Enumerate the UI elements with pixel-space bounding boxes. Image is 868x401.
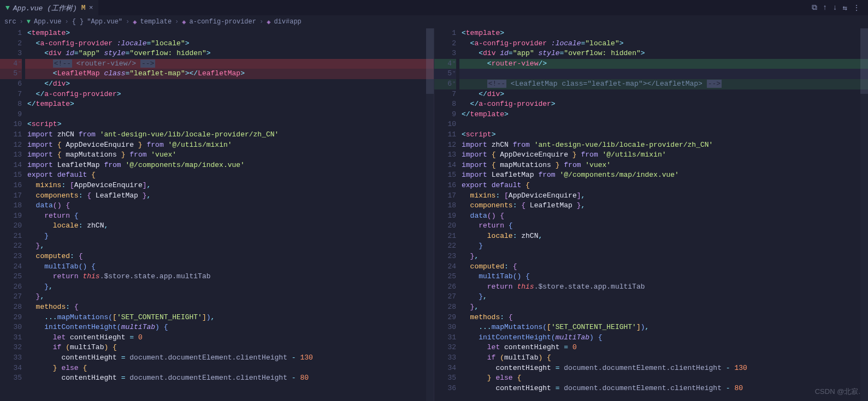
code-area[interactable]: <template> <a-config-provider :locale="l… — [459, 28, 868, 393]
breadcrumb-divapp[interactable]: div#app — [274, 18, 301, 26]
diff-right-pane[interactable]: 1234⁺5⁺6⁺7891011121314151617181920212223… — [434, 28, 868, 401]
diff-left-pane[interactable]: 1234⁻5⁻678910111213141516171819202122232… — [0, 28, 434, 401]
minimap-thumb[interactable] — [860, 28, 868, 94]
editor-actions: ⧉ ↑ ↓ ⇆ ⋮ — [812, 0, 868, 15]
diff-view: 1234⁻5⁻678910111213141516171819202122232… — [0, 28, 868, 401]
chevron-right-icon: › — [259, 18, 263, 26]
breadcrumb-src[interactable]: src — [4, 18, 16, 26]
cube-icon: ◈ — [267, 18, 270, 26]
tab-filename: App.vue (工作树) — [13, 3, 77, 13]
next-change-icon[interactable]: ↓ — [832, 3, 837, 12]
open-file-icon[interactable]: ⧉ — [812, 3, 817, 12]
braces-icon: { } — [72, 18, 84, 26]
minimap-thumb[interactable] — [426, 28, 434, 94]
chevron-right-icon: › — [20, 18, 23, 26]
breadcrumb-aconfig[interactable]: a-config-provider — [190, 18, 256, 26]
chevron-right-icon: › — [126, 18, 129, 26]
cube-icon: ◈ — [133, 18, 137, 26]
chevron-right-icon: › — [175, 18, 179, 26]
watermark: CSDN @北寂. — [815, 387, 860, 397]
code-area[interactable]: <template> <a-config-provider :locale="l… — [25, 28, 434, 384]
breadcrumb-file[interactable]: App.vue — [34, 18, 61, 26]
more-actions-icon[interactable]: ⋮ — [853, 3, 860, 13]
chevron-right-icon: › — [64, 18, 68, 26]
close-icon[interactable]: × — [89, 4, 93, 12]
breadcrumb-template[interactable]: template — [140, 18, 172, 26]
minimap[interactable] — [860, 28, 868, 401]
line-gutter: 1234⁺5⁺6⁺7891011121314151617181920212223… — [434, 28, 459, 401]
line-gutter: 1234⁻5⁻678910111213141516171819202122232… — [0, 28, 25, 401]
vue-logo-icon: ▼ — [27, 18, 31, 26]
tab-appvue[interactable]: ▼ App.vue (工作树) M × — [0, 0, 98, 15]
breadcrumb: src › ▼ App.vue › { } "App.vue" › ◈ temp… — [0, 15, 868, 28]
minimap[interactable] — [426, 28, 434, 401]
breadcrumb-scope[interactable]: "App.vue" — [87, 18, 122, 26]
tab-modified-badge: M — [81, 4, 86, 12]
previous-change-icon[interactable]: ↑ — [823, 3, 827, 12]
vue-logo-icon: ▼ — [5, 4, 10, 12]
toggle-whitespace-icon[interactable]: ⇆ — [843, 3, 847, 13]
cube-icon: ◈ — [182, 18, 186, 26]
